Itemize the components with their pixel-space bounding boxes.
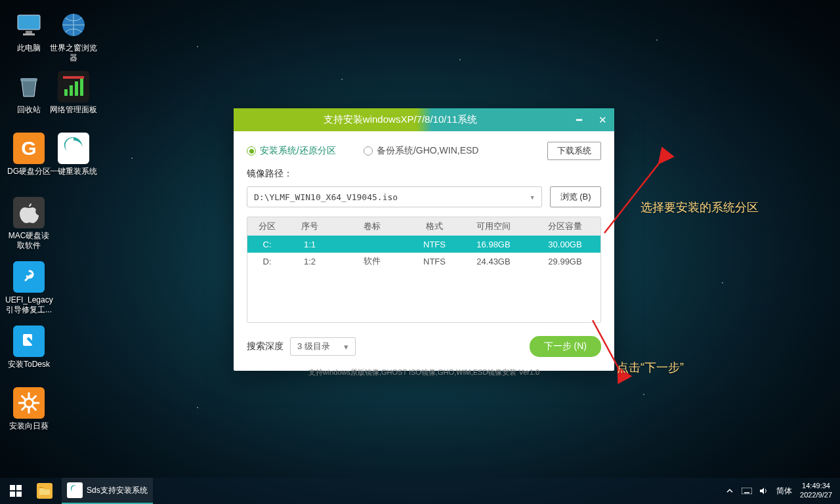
desktop-icon-netmgr[interactable]: 网络管理面板 bbox=[50, 71, 97, 115]
tray-chevron-icon[interactable] bbox=[724, 485, 736, 497]
col-volume: 卷标 bbox=[333, 220, 411, 232]
system-tray: 简体 14:49:34 2022/9/27 bbox=[717, 478, 840, 504]
taskbar-app-label: Sds支持安装系统 bbox=[87, 485, 148, 496]
image-path-label: 镜像路径： bbox=[247, 168, 601, 180]
col-format: 格式 bbox=[411, 220, 457, 232]
cell-partition: D: bbox=[247, 257, 287, 266]
desktop-icon-dgdisk[interactable]: GDG硬盘分区 bbox=[5, 133, 52, 177]
svg-rect-4 bbox=[20, 78, 37, 81]
cell-format: NTFS bbox=[411, 257, 457, 266]
svg-rect-9 bbox=[80, 77, 83, 96]
cell-format: NTFS bbox=[411, 240, 457, 249]
netmgr-icon bbox=[58, 71, 89, 102]
search-depth-label: 搜索深度 bbox=[247, 341, 284, 352]
annotation-text-1: 选择要安装的系统分区 bbox=[640, 200, 759, 215]
radio-dot-icon bbox=[247, 146, 256, 156]
desktop-icon-label: 一键重装系统 bbox=[50, 167, 97, 177]
desktop-icon-sunflower[interactable]: 安装向日葵 bbox=[5, 387, 52, 431]
col-partition: 分区 bbox=[247, 220, 287, 232]
partition-table-header: 分区 序号 卷标 格式 可用空间 分区容量 bbox=[247, 217, 600, 236]
partition-table: 分区 序号 卷标 格式 可用空间 分区容量 C:1:1NTFS16.98GB30… bbox=[247, 217, 601, 323]
app-icon bbox=[67, 482, 83, 498]
start-button[interactable] bbox=[0, 478, 32, 504]
clock-time: 14:49:34 bbox=[800, 482, 832, 491]
taskbar-clock[interactable]: 14:49:34 2022/9/27 bbox=[800, 482, 832, 500]
radio-install-label: 安装系统/还原分区 bbox=[260, 145, 336, 157]
image-path-dropdown[interactable]: D:\YLMF_WIN10_X64_V19045.iso ▾ bbox=[247, 186, 542, 207]
desktop-icon-label: UEFI_Legacy引导修复工... bbox=[5, 295, 52, 315]
desktop-icon-label: 安装ToDesk bbox=[5, 360, 52, 369]
desktop-icon-label: 此电脑 bbox=[5, 43, 52, 53]
next-button[interactable]: 下一步 (N) bbox=[530, 336, 601, 357]
svg-rect-1 bbox=[26, 31, 32, 33]
svg-rect-7 bbox=[70, 85, 73, 96]
macdisk-icon bbox=[13, 197, 45, 228]
desktop-icon-uefi[interactable]: UEFI_Legacy引导修复工... bbox=[5, 261, 52, 315]
clock-date: 2022/9/27 bbox=[800, 491, 832, 500]
dgdisk-icon: G bbox=[13, 133, 45, 164]
search-depth-select[interactable]: 3 级目录 ▾ bbox=[290, 337, 356, 356]
desktop-icon-label: 安装向日葵 bbox=[5, 421, 52, 431]
col-free: 可用空间 bbox=[457, 220, 530, 232]
todesk-icon bbox=[13, 326, 45, 357]
svg-rect-8 bbox=[75, 81, 78, 96]
desktop-icon-this-pc[interactable]: 此电脑 bbox=[5, 9, 52, 53]
installer-window: 支持安装windowsXP/7/8/10/11系统 ━ ✕ 安装系统/还原分区 … bbox=[234, 108, 614, 371]
radio-backup[interactable]: 备份系统/GHO,WIN,ESD bbox=[364, 145, 479, 157]
desktop-icon-label: DG硬盘分区 bbox=[5, 167, 52, 177]
partition-row[interactable]: C:1:1NTFS16.98GB30.00GB bbox=[247, 236, 600, 253]
col-total: 分区容量 bbox=[530, 220, 600, 232]
cell-volume: 软件 bbox=[333, 255, 411, 267]
sunflower-icon bbox=[13, 387, 45, 419]
desktop-icon-label: MAC硬盘读取软件 bbox=[5, 231, 52, 251]
desktop-icon-reinstall[interactable]: 一键重装系统 bbox=[50, 133, 97, 177]
desktop-icon-label: 回收站 bbox=[5, 105, 52, 115]
desktop-icon-macdisk[interactable]: MAC硬盘读取软件 bbox=[5, 197, 52, 251]
installer-footer: 支持windows原版镜像,GHOST ISO镜像,GHO,WIM,ESD镜像安… bbox=[234, 364, 614, 384]
radio-backup-label: 备份系统/GHO,WIN,ESD bbox=[377, 145, 479, 157]
desktop-icon-todesk[interactable]: 安装ToDesk bbox=[5, 326, 52, 369]
taskbar: Sds支持安装系统 简体 14:49:34 2022/9/27 bbox=[0, 478, 840, 504]
titlebar[interactable]: 支持安装windowsXP/7/8/10/11系统 ━ ✕ bbox=[234, 108, 614, 131]
keyboard-icon[interactable] bbox=[741, 485, 753, 497]
windows-logo-icon bbox=[10, 485, 22, 497]
image-path-value: D:\YLMF_WIN10_X64_V19045.iso bbox=[254, 192, 398, 202]
ime-indicator[interactable]: 简体 bbox=[776, 486, 792, 497]
close-button[interactable]: ✕ bbox=[591, 108, 614, 131]
chevron-down-icon: ▾ bbox=[344, 342, 348, 352]
cell-total: 30.00GB bbox=[530, 240, 600, 249]
uefi-icon bbox=[13, 261, 45, 293]
cell-index: 1:1 bbox=[287, 240, 333, 249]
radio-install-restore[interactable]: 安装系统/还原分区 bbox=[247, 145, 336, 157]
browser-icon bbox=[58, 9, 89, 41]
window-title: 支持安装windowsXP/7/8/10/11系统 bbox=[234, 114, 567, 126]
desktop-icon-recycle[interactable]: 回收站 bbox=[5, 71, 52, 115]
svg-text:G: G bbox=[21, 137, 36, 159]
svg-rect-2 bbox=[23, 33, 35, 35]
col-index: 序号 bbox=[287, 220, 333, 232]
volume-icon[interactable] bbox=[758, 485, 770, 497]
cell-partition: C: bbox=[247, 240, 287, 249]
annotation-text-2: 点击“下一步” bbox=[617, 360, 684, 375]
svg-rect-28 bbox=[744, 492, 749, 494]
browse-button[interactable]: 浏览 (B) bbox=[550, 186, 601, 207]
svg-rect-0 bbox=[18, 15, 40, 30]
download-system-button[interactable]: 下载系统 bbox=[547, 142, 601, 160]
cell-free: 16.98GB bbox=[457, 240, 530, 249]
taskbar-file-explorer[interactable] bbox=[32, 478, 62, 504]
search-depth-value: 3 级目录 bbox=[297, 341, 330, 352]
desktop-icon-label: 世界之窗浏览器 bbox=[50, 43, 97, 63]
svg-point-24 bbox=[26, 400, 32, 406]
taskbar-running-app[interactable]: Sds支持安装系统 bbox=[62, 478, 153, 504]
cell-total: 29.99GB bbox=[530, 257, 600, 266]
cell-free: 24.43GB bbox=[457, 257, 530, 266]
svg-rect-10 bbox=[63, 76, 84, 79]
recycle-icon bbox=[13, 71, 45, 102]
desktop-icon-browser[interactable]: 世界之窗浏览器 bbox=[50, 9, 97, 63]
svg-rect-6 bbox=[64, 89, 68, 96]
partition-row[interactable]: D:1:2软件NTFS24.43GB29.99GB bbox=[247, 253, 600, 270]
cell-index: 1:2 bbox=[287, 257, 333, 266]
reinstall-icon bbox=[58, 133, 89, 164]
minimize-button[interactable]: ━ bbox=[567, 108, 591, 131]
radio-dot-icon bbox=[364, 146, 373, 156]
